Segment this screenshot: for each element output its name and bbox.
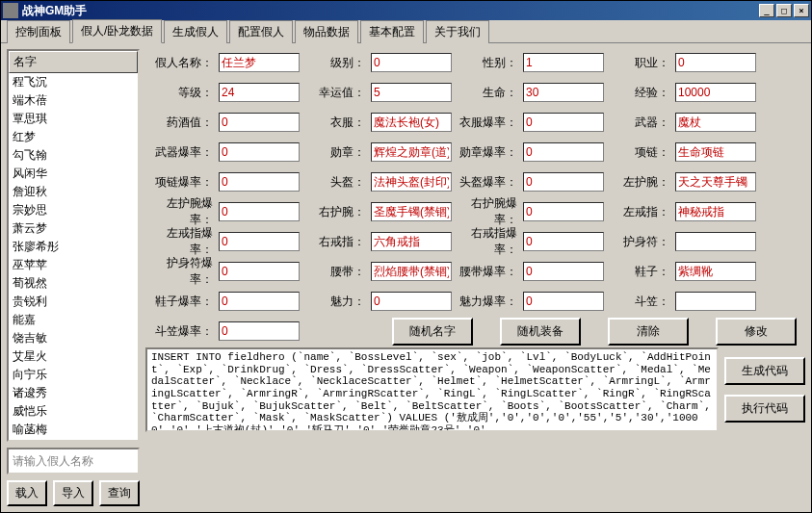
list-item[interactable]: 风闲华 [9, 165, 138, 183]
field-label: 左戒指： [606, 204, 673, 220]
list-header[interactable]: 名字 [9, 51, 138, 73]
list-item[interactable]: 贵锐利 [9, 293, 138, 311]
field-input[interactable] [523, 262, 604, 281]
list-item[interactable]: 能嘉 [9, 311, 138, 329]
tab-0[interactable]: 控制面板 [7, 20, 70, 43]
field-label: 职业： [606, 55, 673, 71]
field-input[interactable] [675, 202, 756, 221]
field-input[interactable] [523, 53, 604, 72]
list-item[interactable]: 巫苹苹 [9, 256, 138, 274]
field-input[interactable] [371, 142, 452, 162]
field-input[interactable] [219, 83, 300, 102]
list-item[interactable]: 詹迎秋 [9, 183, 138, 201]
field-label: 护身符爆率： [145, 255, 217, 288]
field-label: 右戒指： [301, 234, 369, 250]
field-input[interactable] [371, 172, 452, 192]
list-item[interactable]: 喻菡梅 [9, 421, 138, 439]
field-input[interactable] [219, 321, 300, 341]
rand_equip-button[interactable]: 随机装备 [500, 318, 581, 346]
field-input[interactable] [675, 262, 756, 281]
field-input[interactable] [219, 113, 300, 132]
field-label: 等级： [145, 85, 217, 101]
field-label: 魅力： [301, 294, 369, 310]
field-input[interactable] [219, 53, 300, 72]
side-buttons: 生成代码执行代码 [724, 347, 805, 432]
field-input[interactable] [219, 172, 300, 192]
import-button[interactable]: 导入 [53, 480, 93, 506]
field-input[interactable] [675, 83, 756, 102]
field-input[interactable] [371, 202, 452, 221]
field-input[interactable] [219, 142, 300, 162]
list-item[interactable]: 张廖希彤 [9, 238, 138, 256]
tab-2[interactable]: 生成假人 [164, 20, 227, 43]
search-input[interactable] [7, 448, 140, 475]
query-button[interactable]: 查询 [99, 480, 140, 506]
list-item[interactable]: 覃思琪 [9, 110, 138, 128]
field-label: 级别： [301, 55, 369, 71]
name-listbox[interactable]: 名字程飞沉端木蓓覃思琪红梦勾飞翰风闲华詹迎秋宗妙思萧云梦张廖希彤巫苹苹荀视然贵锐… [7, 49, 140, 442]
list-item[interactable]: 红梦 [9, 128, 138, 146]
field-label: 头盔爆率： [454, 174, 521, 191]
clear-button[interactable]: 清除 [608, 318, 689, 346]
field-input[interactable] [523, 292, 604, 311]
list-item[interactable]: 勾飞翰 [9, 146, 138, 165]
field-label: 左护腕爆率： [145, 195, 217, 228]
list-item[interactable]: 程飞沉 [9, 73, 138, 91]
field-input[interactable] [523, 202, 604, 221]
field-input[interactable] [371, 232, 452, 251]
field-label: 性别： [454, 55, 521, 71]
form-row: 药酒值：衣服：衣服爆率：武器： [145, 109, 805, 136]
left-button-row: 载入 导入 查询 [7, 480, 140, 506]
tab-3[interactable]: 配置假人 [229, 20, 293, 43]
field-label: 武器： [606, 115, 673, 131]
field-input[interactable] [371, 83, 452, 102]
maximize-button[interactable]: □ [776, 4, 792, 17]
field-input[interactable] [675, 53, 756, 72]
tab-5[interactable]: 基本配置 [360, 20, 424, 43]
field-input[interactable] [675, 172, 756, 192]
field-input[interactable] [219, 232, 300, 251]
field-label: 药酒值： [145, 115, 217, 131]
close-button[interactable]: × [794, 4, 809, 17]
field-input[interactable] [675, 292, 756, 311]
list-item[interactable]: 威恺乐 [9, 402, 138, 421]
gen_code-button[interactable]: 生成代码 [724, 357, 805, 385]
field-input[interactable] [371, 262, 452, 281]
tab-1[interactable]: 假人/卧龙数据 [72, 19, 162, 43]
list-item[interactable]: 艾星火 [9, 347, 138, 366]
field-input[interactable] [675, 113, 756, 132]
list-item[interactable]: 饶吉敏 [9, 329, 138, 347]
field-input[interactable] [371, 113, 452, 132]
list-item[interactable]: 诸逡秀 [9, 384, 138, 402]
field-label: 武器爆率： [145, 144, 217, 161]
field-input[interactable] [523, 232, 604, 251]
field-input[interactable] [523, 142, 604, 162]
field-input[interactable] [219, 292, 300, 311]
list-item[interactable]: 萧云梦 [9, 219, 138, 238]
minimize-button[interactable]: _ [759, 4, 774, 17]
rand_name-button[interactable]: 随机名字 [392, 318, 473, 346]
field-input[interactable] [675, 232, 756, 251]
field-input[interactable] [523, 113, 604, 132]
field-label: 幸运值： [301, 85, 369, 101]
field-input[interactable] [371, 292, 452, 311]
field-label: 经验： [606, 85, 673, 101]
list-item[interactable]: 端木蓓 [9, 91, 138, 110]
tab-6[interactable]: 关于我们 [426, 20, 489, 43]
field-input[interactable] [675, 142, 756, 162]
exec_code-button[interactable]: 执行代码 [724, 395, 805, 423]
list-item[interactable]: 钮绢子 [9, 439, 138, 440]
field-input[interactable] [219, 202, 300, 221]
list-item[interactable]: 宗妙思 [9, 201, 138, 219]
sql-textarea[interactable]: INSERT INTO fieldhero (`name`, `BossLeve… [145, 347, 719, 432]
field-label: 右护腕爆率： [454, 195, 521, 228]
field-input[interactable] [219, 262, 300, 281]
field-input[interactable] [523, 172, 604, 192]
list-item[interactable]: 向宁乐 [9, 366, 138, 384]
field-input[interactable] [371, 53, 452, 72]
list-item[interactable]: 荀视然 [9, 274, 138, 293]
load-button[interactable]: 载入 [7, 480, 47, 506]
tab-4[interactable]: 物品数据 [295, 20, 358, 43]
field-input[interactable] [523, 83, 604, 102]
modify-button[interactable]: 修改 [716, 318, 797, 346]
